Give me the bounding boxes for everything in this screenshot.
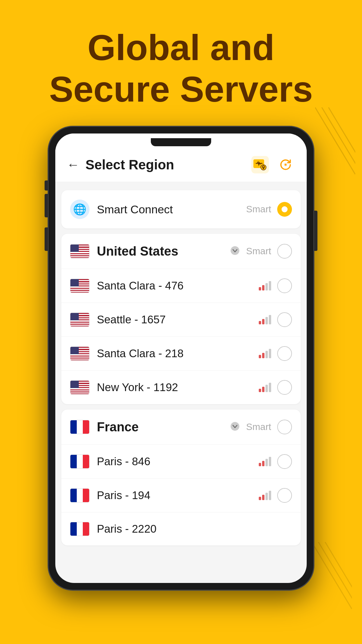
phone-container: ← Select Region — [49, 127, 313, 590]
us-smart-badge: Smart — [246, 246, 271, 257]
location-pin-icon[interactable] — [250, 155, 270, 174]
silent-button — [45, 180, 48, 191]
notch — [151, 138, 211, 146]
svg-line-3 — [312, 542, 352, 609]
page-background: Global and Secure Servers ← Select — [0, 0, 362, 644]
sc476-signal — [259, 281, 271, 290]
fr-flag — [70, 420, 89, 434]
smart-connect-item[interactable]: 🌐 Smart Connect Smart — [61, 190, 301, 228]
header-left: ← Select Region — [67, 157, 174, 172]
us-flag-seattle — [70, 313, 89, 327]
us-city-item-2[interactable]: Santa Clara - 218 — [61, 337, 301, 371]
server-list: 🌐 Smart Connect Smart — [55, 182, 307, 549]
sc476-label: Santa Clara - 476 — [97, 279, 259, 292]
volume-button-up — [45, 194, 48, 217]
us-flag-sc476 — [70, 279, 89, 293]
phone-screen: ← Select Region — [55, 133, 307, 583]
us-flag-sc218 — [70, 346, 89, 361]
back-button[interactable]: ← — [67, 158, 79, 171]
header-actions — [250, 155, 295, 174]
seattle-label: Seattle - 1657 — [97, 313, 259, 326]
us-country-header[interactable]: United States Smart — [61, 234, 301, 269]
app-header: ← Select Region — [55, 146, 307, 182]
sc218-signal — [259, 349, 271, 358]
sc218-label: Santa Clara - 218 — [97, 347, 259, 360]
ny-radio[interactable] — [277, 380, 292, 395]
france-name: France — [97, 420, 230, 434]
svg-point-12 — [231, 246, 239, 255]
fr-city-item-2[interactable]: Paris - 2220 — [61, 513, 301, 545]
seattle-signal — [259, 315, 271, 324]
france-dropdown-arrow — [230, 421, 240, 433]
us-flag — [70, 244, 89, 258]
fr-city-item-1[interactable]: Paris - 194 — [61, 479, 301, 513]
phone-shell: ← Select Region — [49, 127, 313, 590]
fr-flag-paris846 — [70, 454, 89, 469]
paris2220-label: Paris - 2220 — [97, 523, 292, 535]
sc476-radio[interactable] — [277, 278, 292, 293]
us-country-name: United States — [97, 244, 230, 259]
us-radio[interactable] — [277, 244, 292, 259]
paris846-label: Paris - 846 — [97, 455, 259, 468]
fr-flag-paris2220 — [70, 522, 89, 536]
fr-flag-paris194 — [70, 488, 89, 502]
volume-button-down — [45, 227, 48, 251]
paris846-signal — [259, 457, 271, 466]
status-bar — [55, 133, 307, 146]
paris194-label: Paris - 194 — [97, 489, 259, 502]
refresh-icon[interactable] — [276, 155, 295, 174]
svg-point-13 — [231, 422, 239, 431]
france-smart-badge: Smart — [246, 422, 271, 432]
svg-point-11 — [285, 164, 287, 166]
us-flag-ny — [70, 380, 89, 394]
seattle-radio[interactable] — [277, 312, 292, 327]
us-city-item-1[interactable]: Seattle - 1657 — [61, 303, 301, 337]
globe-icon: 🌐 — [70, 200, 89, 219]
france-radio[interactable] — [277, 420, 292, 434]
ny-signal — [259, 383, 271, 392]
us-city-item-0[interactable]: Santa Clara - 476 — [61, 269, 301, 303]
svg-point-9 — [263, 166, 264, 167]
header-title: Select Region — [85, 157, 174, 172]
us-section: United States Smart — [61, 234, 301, 404]
france-section: France Smart — [61, 410, 301, 545]
fr-city-item-0[interactable]: Paris - 846 — [61, 445, 301, 479]
smart-connect-label: Smart Connect — [97, 203, 246, 216]
paris194-signal — [259, 491, 271, 500]
page-title: Global and Secure Servers — [29, 0, 333, 127]
sc218-radio[interactable] — [277, 346, 292, 361]
france-country-header[interactable]: France Smart — [61, 410, 301, 445]
us-city-item-3[interactable]: New York - 1192 — [61, 371, 301, 404]
paris194-radio[interactable] — [277, 488, 292, 503]
decorative-lines-bottom — [312, 542, 352, 610]
paris846-radio[interactable] — [277, 454, 292, 469]
ny-label: New York - 1192 — [97, 381, 259, 394]
us-dropdown-arrow — [230, 246, 240, 257]
smart-connect-badge: Smart — [246, 204, 271, 215]
svg-line-4 — [318, 542, 352, 609]
smart-connect-section: 🌐 Smart Connect Smart — [61, 190, 301, 228]
power-button — [314, 211, 317, 251]
smart-connect-radio[interactable] — [277, 202, 292, 217]
